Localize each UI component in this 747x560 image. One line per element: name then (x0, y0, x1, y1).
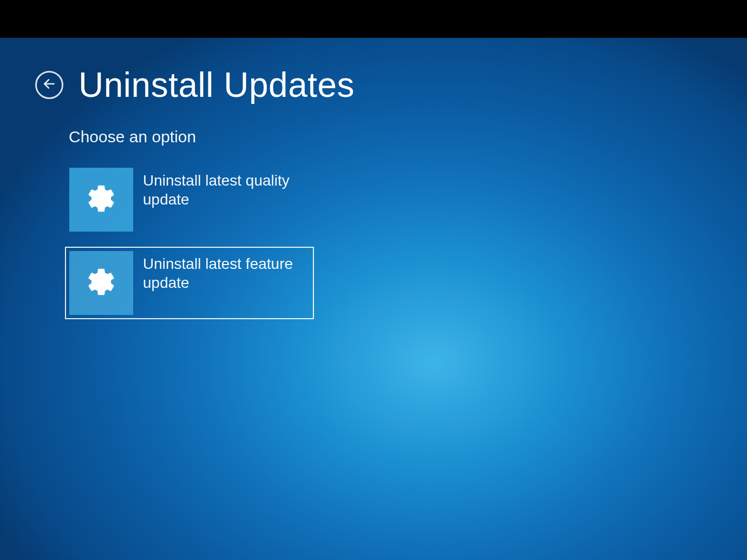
options-list: Uninstall latest quality update Uninstal… (65, 163, 747, 319)
recovery-screen: Uninstall Updates Choose an option Unins… (0, 38, 747, 560)
option-icon-tile (69, 168, 133, 232)
gear-icon (86, 183, 117, 216)
option-uninstall-quality-update[interactable]: Uninstall latest quality update (65, 163, 314, 236)
page-title: Uninstall Updates (78, 65, 355, 105)
option-icon-tile (69, 251, 133, 315)
option-label: Uninstall latest feature update (143, 251, 300, 292)
back-arrow-icon (42, 77, 56, 93)
option-label: Uninstall latest quality update (143, 168, 300, 209)
gear-icon (86, 266, 117, 300)
header: Uninstall Updates (35, 65, 747, 105)
back-button[interactable] (35, 71, 63, 99)
option-uninstall-feature-update[interactable]: Uninstall latest feature update (65, 247, 314, 319)
subtitle: Choose an option (69, 128, 747, 146)
